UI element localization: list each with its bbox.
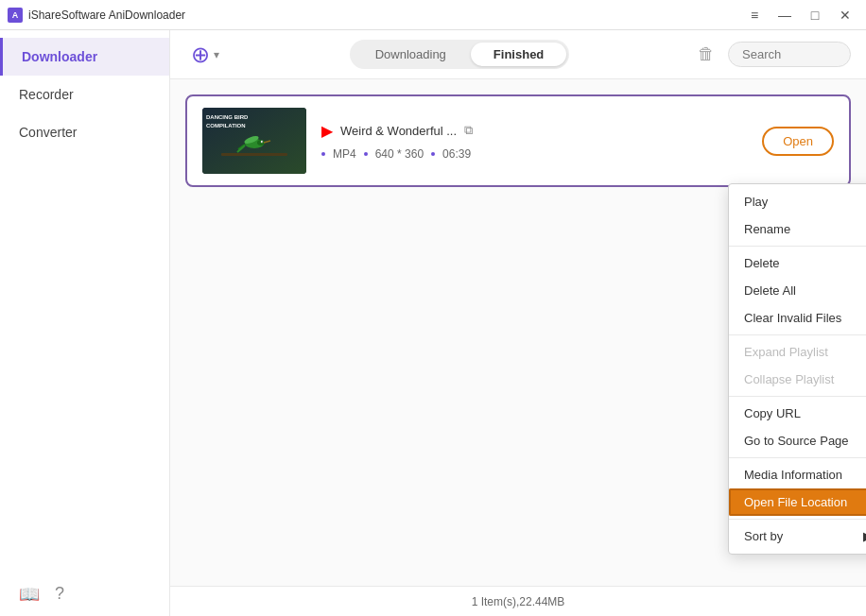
ctx-divider-4 xyxy=(729,457,866,458)
meta-dot-3 xyxy=(431,152,435,156)
thumb-svg: DANCING BIRD COMPILATION xyxy=(202,108,306,174)
sidebar-item-recorder[interactable]: Recorder xyxy=(0,76,169,113)
status-bar: 1 Item(s),22.44MB xyxy=(170,586,866,616)
video-thumbnail: DANCING BIRD COMPILATION xyxy=(202,108,306,174)
question-icon[interactable]: ? xyxy=(55,584,64,605)
tab-group: Downloading Finished xyxy=(350,40,570,69)
video-title: Weird & Wonderful ... xyxy=(340,124,457,138)
meta-dot-1 xyxy=(321,152,325,156)
thumb-content: DANCING BIRD COMPILATION xyxy=(202,108,306,174)
toolbar-left: ⊕ ▾ xyxy=(185,40,225,70)
add-caret-icon: ▾ xyxy=(214,48,219,61)
add-button[interactable]: ⊕ ▾ xyxy=(185,40,225,70)
ctx-divider-5 xyxy=(729,519,866,520)
ctx-expand-playlist: Expand Playlist xyxy=(729,338,866,366)
svg-rect-1 xyxy=(221,153,287,156)
ctx-media-info[interactable]: Media Information xyxy=(729,461,866,488)
ctx-copy-url[interactable]: Copy URL xyxy=(729,400,866,427)
video-card: DANCING BIRD COMPILATION ▶ Weird & Wonde… xyxy=(185,94,851,187)
sidebar-item-downloader[interactable]: Downloader xyxy=(0,38,169,76)
tab-downloading[interactable]: Downloading xyxy=(353,43,469,66)
meta-dot-2 xyxy=(364,152,368,156)
youtube-icon: ▶ xyxy=(321,122,333,140)
ctx-divider-1 xyxy=(729,246,866,247)
video-duration: 06:39 xyxy=(442,147,471,161)
context-menu: Play Rename Delete Delete All Clear Inva… xyxy=(728,183,866,555)
content-area: DANCING BIRD COMPILATION ▶ Weird & Wonde… xyxy=(170,79,866,586)
sidebar-item-converter[interactable]: Converter xyxy=(0,113,169,151)
ctx-play[interactable]: Play xyxy=(729,188,866,215)
ctx-collapse-playlist: Collapse Playlist xyxy=(729,366,866,393)
video-title-row: ▶ Weird & Wonderful ... ⧉ xyxy=(321,122,747,140)
ctx-delete-all[interactable]: Delete All xyxy=(729,277,866,304)
ctx-clear-invalid[interactable]: Clear Invalid Files xyxy=(729,304,866,332)
toolbar-tabs: Downloading Finished xyxy=(236,40,683,69)
title-bar-left: A iShareSoftware AniDownloader xyxy=(8,8,185,23)
video-info: ▶ Weird & Wonderful ... ⧉ MP4 640 * 360 … xyxy=(321,122,747,161)
svg-text:DANCING BIRD: DANCING BIRD xyxy=(206,114,249,120)
trash-button[interactable]: 🗑 xyxy=(694,41,719,68)
video-meta: MP4 640 * 360 06:39 xyxy=(321,147,747,161)
close-button[interactable]: ✕ xyxy=(832,5,858,26)
external-link-icon[interactable]: ⧉ xyxy=(464,123,473,138)
menu-button[interactable]: ≡ xyxy=(741,5,768,26)
video-format: MP4 xyxy=(333,147,356,161)
ctx-open-file-location[interactable]: Open File Location xyxy=(729,488,866,516)
toolbar: ⊕ ▾ Downloading Finished 🗑 xyxy=(170,30,866,79)
sidebar: Downloader Recorder Converter 📖 ? xyxy=(0,30,170,616)
status-text: 1 Item(s),22.44MB xyxy=(472,595,565,608)
tab-finished[interactable]: Finished xyxy=(471,43,566,66)
title-bar-controls: ≡ — □ ✕ xyxy=(741,5,858,26)
video-resolution: 640 * 360 xyxy=(375,147,424,161)
search-input[interactable] xyxy=(728,42,851,67)
app-body: Downloader Recorder Converter 📖 ? ⊕ ▾ xyxy=(0,30,866,616)
ctx-rename[interactable]: Rename xyxy=(729,215,866,243)
help-book-icon[interactable]: 📖 xyxy=(19,584,40,605)
ctx-sort-by[interactable]: Sort by ▶ xyxy=(729,522,866,550)
svg-text:COMPILATION: COMPILATION xyxy=(206,123,246,128)
svg-point-7 xyxy=(262,141,263,142)
app-icon: A xyxy=(8,8,23,23)
toolbar-right: 🗑 xyxy=(694,41,851,68)
title-bar: A iShareSoftware AniDownloader ≡ — □ ✕ xyxy=(0,0,866,30)
svg-point-3 xyxy=(257,140,265,145)
sidebar-nav: Downloader Recorder Converter xyxy=(0,30,169,151)
add-icon: ⊕ xyxy=(191,43,210,66)
minimize-button[interactable]: — xyxy=(771,5,798,26)
main-content: ⊕ ▾ Downloading Finished 🗑 xyxy=(170,30,866,616)
open-button[interactable]: Open xyxy=(762,127,834,156)
sidebar-bottom: 📖 ? xyxy=(0,584,169,605)
maximize-button[interactable]: □ xyxy=(802,5,828,26)
ctx-go-to-source[interactable]: Go to Source Page xyxy=(729,427,866,454)
ctx-delete[interactable]: Delete xyxy=(729,249,866,277)
ctx-divider-2 xyxy=(729,334,866,335)
app-title: iShareSoftware AniDownloader xyxy=(28,9,185,22)
ctx-divider-3 xyxy=(729,396,866,397)
